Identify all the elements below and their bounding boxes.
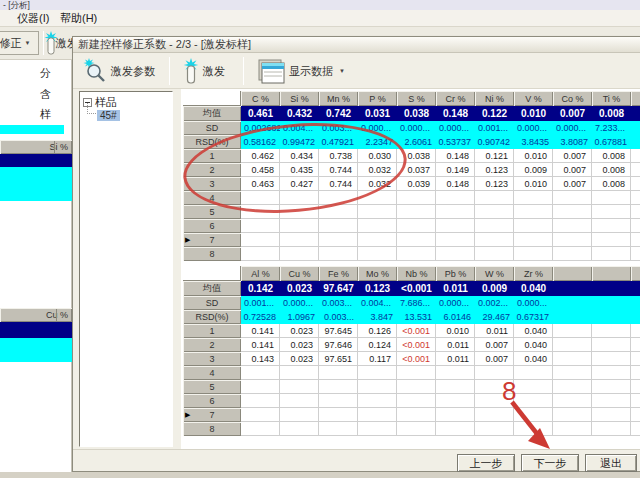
data-cell[interactable] xyxy=(436,205,475,219)
sd-cell[interactable]: 0.000... xyxy=(514,121,553,135)
data-cell[interactable] xyxy=(358,394,397,408)
data-cell[interactable] xyxy=(592,366,631,380)
data-cell[interactable] xyxy=(553,380,592,394)
row-header-7[interactable]: 7▶ xyxy=(183,408,241,422)
data-cell[interactable] xyxy=(280,233,319,247)
data-cell[interactable] xyxy=(553,247,592,261)
data-cell[interactable]: 97.645 xyxy=(319,324,358,338)
data-cell[interactable] xyxy=(280,191,319,205)
mean-cell[interactable]: 0.038 xyxy=(397,106,436,121)
data-cell[interactable] xyxy=(358,233,397,247)
menu-help[interactable]: 帮助(H) xyxy=(60,10,97,26)
next-step-button[interactable]: 下一步 xyxy=(521,454,579,472)
sd-cell[interactable]: 0.000... xyxy=(397,121,436,135)
data-cell[interactable] xyxy=(514,191,553,205)
data-cell[interactable] xyxy=(592,338,631,352)
data-cell[interactable]: 0.123 xyxy=(475,163,514,177)
row-header-4[interactable]: 4 xyxy=(183,191,241,205)
sd-cell[interactable]: 7.233... xyxy=(592,121,631,135)
data-cell[interactable] xyxy=(514,422,553,436)
data-cell[interactable]: 0.040 xyxy=(514,352,553,366)
data-cell[interactable] xyxy=(280,380,319,394)
data-cell[interactable] xyxy=(436,366,475,380)
sd-cell[interactable]: 7.686... xyxy=(397,296,436,310)
data-cell[interactable] xyxy=(475,422,514,436)
data-cell[interactable] xyxy=(475,219,514,233)
data-cell[interactable] xyxy=(592,247,631,261)
data-cell[interactable]: 0.123 xyxy=(475,177,514,191)
data-cell[interactable] xyxy=(241,408,280,422)
row-header-8[interactable]: 8 xyxy=(183,422,241,436)
excite-params-button[interactable]: 激发参数 xyxy=(77,57,161,85)
data-cell[interactable]: 0.040 xyxy=(514,324,553,338)
data-cell[interactable] xyxy=(397,219,436,233)
data-cell[interactable] xyxy=(553,352,592,366)
mean-cell[interactable]: 0.461 xyxy=(241,106,280,121)
row-header-3[interactable]: 3 xyxy=(183,352,241,366)
data-cell[interactable] xyxy=(280,422,319,436)
data-cell[interactable] xyxy=(241,394,280,408)
data-cell[interactable] xyxy=(319,408,358,422)
sd-cell[interactable]: 0.003... xyxy=(319,296,358,310)
mean-cell[interactable] xyxy=(553,281,592,296)
sd-cell[interactable]: 0.001... xyxy=(241,296,280,310)
rsd-cell[interactable]: 0.53737 xyxy=(436,135,475,149)
rsd-cell[interactable]: 0.90742 xyxy=(475,135,514,149)
data-cell[interactable]: 0.010 xyxy=(514,177,553,191)
data-cell[interactable] xyxy=(436,408,475,422)
row-header-8[interactable]: 8 xyxy=(183,247,241,261)
sd-cell[interactable]: 0.000... xyxy=(280,296,319,310)
data-cell[interactable]: 0.124 xyxy=(358,338,397,352)
data-cell[interactable] xyxy=(241,247,280,261)
row-header-6[interactable]: 6 xyxy=(183,219,241,233)
rsd-cell[interactable]: 0.47921 xyxy=(319,135,358,149)
data-cell[interactable] xyxy=(436,191,475,205)
data-cell[interactable] xyxy=(475,247,514,261)
data-cell[interactable]: 0.008 xyxy=(592,149,631,163)
data-cell[interactable] xyxy=(475,394,514,408)
data-cell[interactable]: 0.007 xyxy=(475,338,514,352)
data-cell[interactable] xyxy=(514,233,553,247)
data-cell[interactable]: 0.008 xyxy=(592,163,631,177)
data-cell[interactable] xyxy=(358,380,397,394)
exit-button[interactable]: 退出 xyxy=(585,454,637,472)
data-cell[interactable] xyxy=(319,219,358,233)
prev-step-button[interactable]: 上一步 xyxy=(457,454,515,472)
data-cell[interactable] xyxy=(553,408,592,422)
sd-cell[interactable]: 0.001... xyxy=(475,121,514,135)
data-cell[interactable] xyxy=(280,219,319,233)
data-cell[interactable] xyxy=(280,205,319,219)
rsd-cell[interactable]: 3.8087 xyxy=(553,135,592,149)
data-cell[interactable]: 0.463 xyxy=(241,177,280,191)
rsd-cell[interactable]: 2.2347 xyxy=(358,135,397,149)
data-cell[interactable] xyxy=(241,191,280,205)
data-cell[interactable]: 0.007 xyxy=(553,163,592,177)
data-cell[interactable]: <0.001 xyxy=(397,352,436,366)
data-cell[interactable] xyxy=(358,205,397,219)
rsd-cell[interactable]: 0.67317 xyxy=(514,310,553,324)
data-cell[interactable]: 0.141 xyxy=(241,338,280,352)
sd-cell[interactable]: 0.004... xyxy=(280,121,319,135)
data-cell[interactable] xyxy=(553,338,592,352)
data-cell[interactable] xyxy=(241,205,280,219)
sd-cell[interactable]: 0.000... xyxy=(553,121,592,135)
data-cell[interactable] xyxy=(436,394,475,408)
data-cell[interactable] xyxy=(241,366,280,380)
mean-cell[interactable]: 0.011 xyxy=(436,281,475,296)
rsd-cell[interactable]: 0.003... xyxy=(319,310,358,324)
data-cell[interactable] xyxy=(358,366,397,380)
mean-cell[interactable]: 0.031 xyxy=(358,106,397,121)
data-cell[interactable]: 0.037 xyxy=(397,163,436,177)
rsd-cell[interactable]: 3.8435 xyxy=(514,135,553,149)
sd-cell[interactable]: 0.003... xyxy=(319,121,358,135)
row-header-4[interactable]: 4 xyxy=(183,366,241,380)
rsd-cell[interactable]: 3.847 xyxy=(358,310,397,324)
data-cell[interactable] xyxy=(397,247,436,261)
data-cell[interactable]: 0.038 xyxy=(397,149,436,163)
data-cell[interactable]: 0.032 xyxy=(358,177,397,191)
data-cell[interactable] xyxy=(397,205,436,219)
data-cell[interactable] xyxy=(475,380,514,394)
excite-button[interactable]: 激发 xyxy=(177,57,231,85)
rsd-cell[interactable] xyxy=(553,310,592,324)
data-cell[interactable]: 0.007 xyxy=(553,149,592,163)
